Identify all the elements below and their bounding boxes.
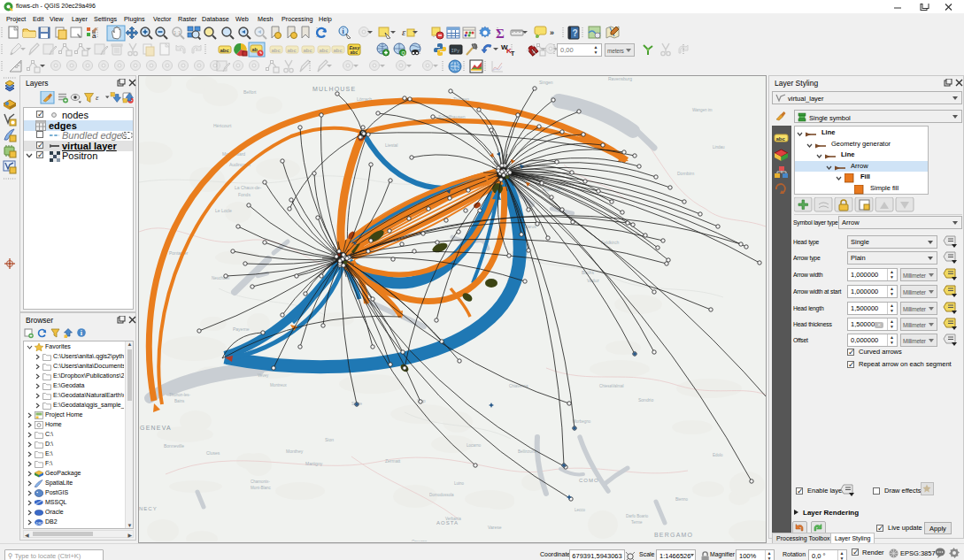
svg-text:Verbania: Verbania [445,517,461,521]
svg-text:»: » [550,28,554,37]
svg-text:?: ? [573,28,578,38]
svg-text:NECY: NECY [139,506,158,511]
svg-text:COMO: COMO [579,478,599,483]
svg-text:Belfort: Belfort [243,89,257,95]
svg-text:Dornbirn: Dornbirn [677,171,694,176]
svg-text:Mont-Blanc: Mont-Blanc [251,486,272,490]
svg-text:Buchs: Buchs [582,270,594,275]
svg-text:T: T [511,50,515,57]
svg-text:BERGAMO: BERGAMO [654,532,693,538]
svg-text:1:1: 1:1 [174,30,181,35]
svg-text:Montreux: Montreux [270,383,288,387]
svg-text:GENEVA: GENEVA [140,425,172,431]
svg-text:Darfo Boario: Darfo Boario [626,514,649,518]
svg-text:La Chaux-de-: La Chaux-de- [235,185,262,190]
svg-text:ε: ε [402,27,406,37]
svg-text:Bains: Bains [174,399,185,403]
svg-text:Q: Q [402,50,406,56]
svg-text:Varese: Varese [488,525,502,530]
svg-text:Luino: Luino [454,481,465,486]
svg-text:Σ: Σ [496,27,505,41]
svg-text:Lindau: Lindau [713,145,725,150]
svg-text:Wangen im: Wangen im [692,108,713,112]
svg-text:abc: abc [304,48,313,53]
svg-text:Bienno: Bienno [675,497,689,502]
svg-text:Payerne: Payerne [233,326,250,332]
svg-text:Terme: Terme [631,520,643,525]
svg-text:Vevey: Vevey [258,373,269,378]
svg-text:MULHOUSE: MULHOUSE [312,86,356,92]
svg-text:DB2: DB2 [36,521,43,525]
svg-text:ε: ε [96,93,99,102]
svg-text:Zermatt: Zermatt [385,458,401,464]
svg-text:Thonon-les-: Thonon-les- [169,393,191,397]
svg-text:ChiesaValmal: ChiesaValmal [599,384,623,388]
svg-text:Edolo: Edolo [713,453,723,457]
svg-text:Sondrio: Sondrio [638,397,653,403]
svg-text:Chamonix-: Chamonix- [251,479,270,484]
svg-text:abc: abc [272,48,281,53]
svg-text:abc: abc [351,50,359,55]
svg-text:abc: abc [334,48,343,53]
svg-text:Morbegno: Morbegno [573,419,591,424]
svg-text:Domodossola: Domodossola [429,493,454,497]
svg-text:Sion: Sion [325,437,334,442]
svg-text:Le Locle: Le Locle [215,208,232,213]
svg-text:Singen: Singen [539,80,553,85]
svg-text:Liestal: Liestal [385,142,397,148]
svg-text:Héricourt: Héricourt [213,123,232,128]
svg-text:abc: abc [288,48,297,53]
svg-text:Martigny: Martigny [305,461,323,466]
svg-text:Cluses: Cluses [206,450,220,456]
svg-text:a: a [92,32,96,40]
svg-text:Lecco: Lecco [575,508,586,512]
svg-text:ab: ab [252,47,258,52]
svg-text:Locarno: Locarno [467,443,482,448]
svg-text:abc: abc [220,48,230,53]
svg-text:IPy: IPy [451,48,461,54]
svg-text:Bonneville: Bonneville [164,443,184,449]
svg-text:abc: abc [776,136,786,142]
svg-text:Fonds: Fonds [238,192,251,197]
svg-text:Omegna: Omegna [412,540,428,541]
svg-text:Ravensburg: Ravensburg [608,76,632,81]
svg-text:abc: abc [320,48,329,53]
svg-text:Monthey: Monthey [286,449,304,454]
